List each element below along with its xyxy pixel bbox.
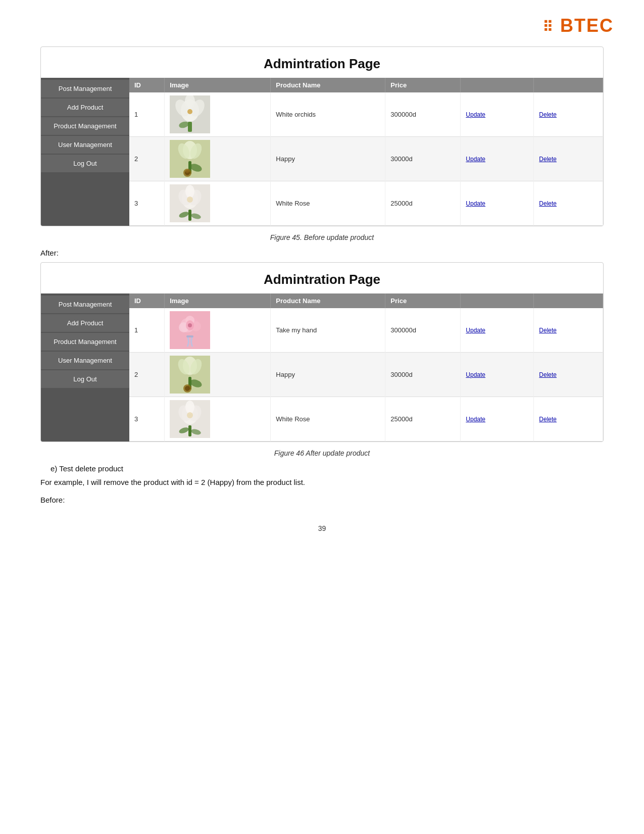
table-row: 1 bbox=[129, 308, 603, 353]
product-image-take-hand bbox=[170, 311, 210, 349]
cell-id: 3 bbox=[129, 181, 165, 226]
delete-link[interactable]: Delete bbox=[539, 200, 557, 207]
delete-link[interactable]: Delete bbox=[539, 371, 557, 378]
cell-id: 1 bbox=[129, 308, 165, 353]
col-price-before: Price bbox=[385, 78, 461, 92]
update-link[interactable]: Update bbox=[466, 156, 485, 163]
cell-delete[interactable]: Delete bbox=[534, 181, 603, 226]
sidebar-add-product-before[interactable]: Add Product bbox=[41, 99, 129, 116]
product-image-orchid bbox=[170, 95, 210, 133]
cell-price: 30000d bbox=[385, 353, 461, 397]
cell-image bbox=[165, 308, 271, 353]
after-label: After: bbox=[40, 249, 604, 257]
body-text-1: For example, I will remove the product w… bbox=[40, 477, 604, 488]
update-link[interactable]: Update bbox=[466, 327, 485, 334]
sidebar-post-mgmt-after[interactable]: Post Management bbox=[41, 296, 129, 313]
delete-link[interactable]: Delete bbox=[539, 156, 557, 163]
svg-point-22 bbox=[187, 197, 193, 203]
sidebar-logout-after[interactable]: Log Out bbox=[41, 370, 129, 388]
cell-image bbox=[165, 92, 271, 137]
admin-title-before: Admintration Page bbox=[41, 47, 603, 78]
cell-delete[interactable]: Delete bbox=[534, 397, 603, 441]
cell-name: Happy bbox=[271, 353, 385, 397]
cell-delete[interactable]: Delete bbox=[534, 92, 603, 137]
delete-link[interactable]: Delete bbox=[539, 111, 557, 118]
logo-dots: ⠿ bbox=[542, 19, 554, 35]
table-area-after: ID Image Product Name Price 1 bbox=[129, 293, 603, 441]
cell-delete[interactable]: Delete bbox=[534, 308, 603, 353]
cell-delete[interactable]: Delete bbox=[534, 137, 603, 181]
cell-update[interactable]: Update bbox=[461, 92, 534, 137]
svg-point-33 bbox=[188, 323, 192, 327]
svg-point-42 bbox=[185, 386, 190, 391]
table-row: 2 bbox=[129, 137, 603, 181]
table-row: 1 bbox=[129, 92, 603, 137]
sidebar-product-mgmt-before[interactable]: Product Management bbox=[41, 117, 129, 135]
update-link[interactable]: Update bbox=[466, 111, 485, 118]
col-action2-before bbox=[534, 78, 603, 92]
cell-update[interactable]: Update bbox=[461, 181, 534, 226]
product-image-white-rose bbox=[170, 184, 210, 222]
admin-body-after: Post Management Add Product Product Mana… bbox=[41, 293, 603, 441]
cell-update[interactable]: Update bbox=[461, 397, 534, 441]
cell-id: 1 bbox=[129, 92, 165, 137]
update-link[interactable]: Update bbox=[466, 371, 485, 378]
cell-update[interactable]: Update bbox=[461, 137, 534, 181]
update-link[interactable]: Update bbox=[466, 416, 485, 423]
delete-link[interactable]: Delete bbox=[539, 327, 557, 334]
col-image-after: Image bbox=[165, 293, 271, 308]
admin-body-before: Post Management Add Product Product Mana… bbox=[41, 78, 603, 226]
table-row: 3 bbox=[129, 181, 603, 226]
product-table-after: ID Image Product Name Price 1 bbox=[129, 293, 603, 441]
col-price-after: Price bbox=[385, 293, 461, 308]
test-delete-label: e) Test delete product bbox=[51, 464, 593, 473]
product-table-before: ID Image Product Name Price 1 bbox=[129, 78, 603, 226]
sidebar-user-mgmt-after[interactable]: User Management bbox=[41, 352, 129, 369]
col-image-before: Image bbox=[165, 78, 271, 92]
table-area-before: ID Image Product Name Price 1 bbox=[129, 78, 603, 226]
sidebar-user-mgmt-before[interactable]: User Management bbox=[41, 136, 129, 154]
product-image-happy2 bbox=[170, 356, 210, 394]
product-image-happy bbox=[170, 140, 210, 178]
logo: ⠿ BTEC bbox=[542, 15, 614, 36]
cell-image bbox=[165, 137, 271, 181]
logo-area: ⠿ BTEC bbox=[20, 10, 624, 41]
cell-delete[interactable]: Delete bbox=[534, 353, 603, 397]
sidebar-logout-before[interactable]: Log Out bbox=[41, 155, 129, 172]
sidebar-post-mgmt-before[interactable]: Post Management bbox=[41, 80, 129, 97]
sidebar-add-product-after[interactable]: Add Product bbox=[41, 314, 129, 332]
cell-image bbox=[165, 181, 271, 226]
sidebar-after: Post Management Add Product Product Mana… bbox=[41, 293, 129, 441]
delete-link[interactable]: Delete bbox=[539, 416, 557, 423]
sidebar-product-mgmt-after[interactable]: Product Management bbox=[41, 333, 129, 351]
cell-price: 300000d bbox=[385, 92, 461, 137]
svg-rect-49 bbox=[188, 425, 191, 436]
before-label: Before: bbox=[40, 496, 604, 504]
cell-price: 300000d bbox=[385, 308, 461, 353]
col-name-after: Product Name bbox=[271, 293, 385, 308]
admin-box-before: Admintration Page Post Management Add Pr… bbox=[40, 46, 604, 226]
cell-update[interactable]: Update bbox=[461, 308, 534, 353]
col-action1-before bbox=[461, 78, 534, 92]
col-name-before: Product Name bbox=[271, 78, 385, 92]
product-image-white-rose2 bbox=[170, 400, 210, 438]
figure45-caption: Figure 45. Before update product bbox=[20, 233, 624, 241]
svg-point-48 bbox=[187, 412, 193, 418]
col-id-after: ID bbox=[129, 293, 165, 308]
cell-id: 2 bbox=[129, 353, 165, 397]
page-number: 39 bbox=[20, 524, 624, 532]
sidebar-before: Post Management Add Product Product Mana… bbox=[41, 78, 129, 226]
cell-name: Happy bbox=[271, 137, 385, 181]
table-row: 3 bbox=[129, 397, 603, 441]
cell-update[interactable]: Update bbox=[461, 353, 534, 397]
cell-name: White Rose bbox=[271, 397, 385, 441]
cell-price: 30000d bbox=[385, 137, 461, 181]
cell-name: White orchids bbox=[271, 92, 385, 137]
update-link[interactable]: Update bbox=[466, 200, 485, 207]
cell-id: 2 bbox=[129, 137, 165, 181]
cell-price: 25000d bbox=[385, 181, 461, 226]
figure46-caption: Figure 46 After update product bbox=[20, 449, 624, 457]
svg-point-16 bbox=[185, 170, 189, 173]
table-row: 2 bbox=[129, 353, 603, 397]
svg-rect-23 bbox=[188, 210, 191, 221]
